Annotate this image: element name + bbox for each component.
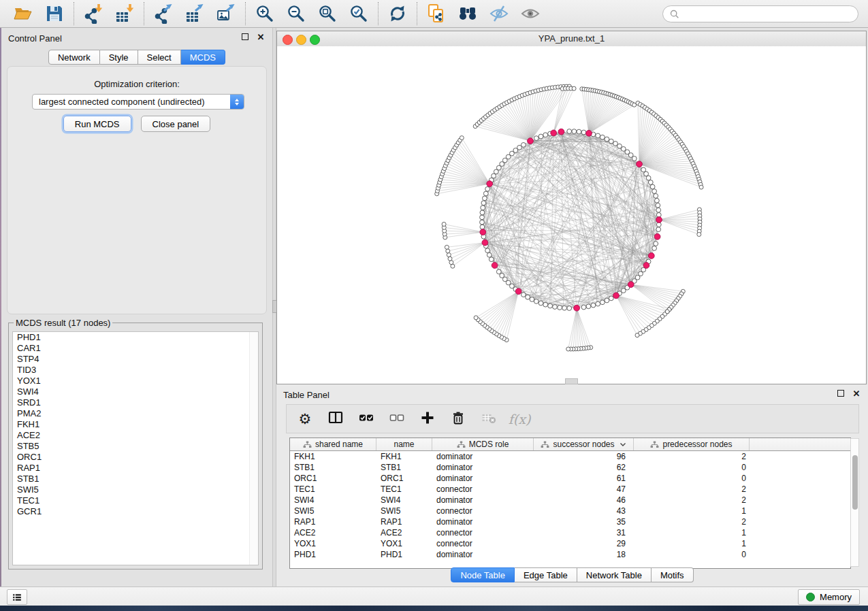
export-table-button[interactable] <box>184 3 205 24</box>
open-file-button[interactable] <box>13 3 33 24</box>
tab-select[interactable]: Select <box>138 50 181 65</box>
table-settings-button[interactable]: ⚙ <box>297 411 313 427</box>
mcds-result-item[interactable]: GCR1 <box>13 506 258 517</box>
cell-shared-name: PHD1 <box>290 549 376 560</box>
split-panel-button[interactable] <box>327 411 344 427</box>
tab-network-table[interactable]: Network Table <box>577 567 652 582</box>
control-panel-close-icon[interactable]: ✕ <box>256 33 266 42</box>
export-network-button[interactable] <box>153 3 174 24</box>
zoom-selected-button[interactable] <box>349 3 369 24</box>
network-window-titlebar[interactable]: YPA_prune.txt_1 <box>277 31 866 47</box>
table-panel: Table Panel ✕ ⚙f(x) shared namenameMCDS … <box>276 384 868 587</box>
table-row[interactable]: TEC1TEC1connector472 <box>290 484 850 495</box>
tab-mcds[interactable]: MCDS <box>181 50 225 65</box>
mcds-result-item[interactable]: SRD1 <box>13 397 258 408</box>
split-panel-icon <box>328 410 343 427</box>
mcds-result-item[interactable]: FKH1 <box>13 419 258 430</box>
hide-selected-button[interactable] <box>489 3 509 24</box>
cell-predecessor-nodes: 2 <box>634 451 750 462</box>
cell-name: SWI4 <box>376 495 432 506</box>
import-table-button[interactable] <box>114 3 135 24</box>
mcds-result-item[interactable]: PHD1 <box>13 332 258 343</box>
table-row[interactable]: FKH1FKH1dominator962 <box>290 451 850 462</box>
zoom-selected-icon <box>349 3 369 24</box>
column-header-successor-nodes[interactable]: successor nodes <box>534 438 634 450</box>
cell-name: ORC1 <box>376 473 432 484</box>
table-row[interactable]: RAP1RAP1dominator352 <box>290 516 850 527</box>
cell-name: SWI5 <box>376 506 432 516</box>
table-row[interactable]: STB1STB1dominator620 <box>290 462 850 473</box>
cell-predecessor-nodes: 2 <box>634 516 750 527</box>
delete-column-icon <box>451 410 466 427</box>
mcds-result-item[interactable]: SWI5 <box>13 484 258 495</box>
cell-predecessor-nodes: 2 <box>634 495 750 506</box>
table-row[interactable]: PHD1PHD1dominator180 <box>290 549 850 560</box>
tab-node-table[interactable]: Node Table <box>451 567 515 582</box>
mcds-result-item[interactable]: STB1 <box>13 474 258 484</box>
search-network-button[interactable] <box>457 3 478 24</box>
mcds-result-list[interactable]: PHD1CAR1STP4TID3YOX1SWI4SRD1PMA2FKH1ACE2… <box>12 331 259 565</box>
table-panel-float-icon[interactable] <box>836 389 846 399</box>
mcds-result-item[interactable]: SWI4 <box>13 386 258 397</box>
criterion-dropdown[interactable]: largest connected component (undirected) <box>32 94 244 110</box>
table-row[interactable]: ACE2ACE2connector311 <box>290 527 850 538</box>
mcds-list-scrollbar[interactable] <box>249 332 258 565</box>
toolbar-group <box>4 3 74 24</box>
column-header-mcds-role[interactable]: MCDS role <box>432 438 534 450</box>
table-panel-tabs: Node TableEdge TableNetwork TableMotifs <box>276 567 868 582</box>
tab-network[interactable]: Network <box>48 50 100 65</box>
table-row[interactable]: ORC1ORC1dominator610 <box>290 473 850 484</box>
tab-style[interactable]: Style <box>100 50 138 65</box>
show-columns-icon <box>359 410 374 427</box>
cell-shared-name: STB1 <box>290 462 376 473</box>
mcds-result-item[interactable]: RAP1 <box>13 463 258 474</box>
column-header-name[interactable]: name <box>376 438 432 450</box>
mcds-result-item[interactable]: CAR1 <box>13 343 258 354</box>
dropdown-stepper-icon <box>230 95 244 109</box>
column-label: shared name <box>315 440 363 449</box>
run-mcds-button[interactable]: Run MCDS <box>63 116 131 132</box>
control-panel-float-icon[interactable] <box>240 33 250 42</box>
tab-edge-table[interactable]: Edge Table <box>515 567 577 582</box>
delete-column-button[interactable] <box>450 411 466 427</box>
table-scrollbar[interactable] <box>850 438 859 567</box>
export-image-button[interactable] <box>216 3 236 24</box>
mcds-result-item[interactable]: TID3 <box>13 365 258 376</box>
mcds-result-item[interactable]: PMA2 <box>13 408 258 419</box>
save-session-button[interactable] <box>44 3 65 24</box>
hide-columns-button[interactable] <box>389 411 405 427</box>
tab-motifs[interactable]: Motifs <box>652 567 694 582</box>
search-input[interactable] <box>679 9 852 20</box>
refresh-button[interactable] <box>387 3 408 24</box>
mcds-result-item[interactable]: ACE2 <box>13 430 258 441</box>
zoom-out-button[interactable] <box>286 3 306 24</box>
column-header-predecessor-nodes[interactable]: predecessor nodes <box>634 438 750 450</box>
mcds-result-item[interactable]: STP4 <box>13 354 258 365</box>
table-panel-close-icon[interactable]: ✕ <box>852 389 861 399</box>
close-panel-button[interactable]: Close panel <box>141 116 211 132</box>
delete-table-button <box>481 411 497 427</box>
horizontal-splitter-handle[interactable] <box>565 378 578 384</box>
zoom-in-button[interactable] <box>255 3 275 24</box>
mcds-result-item[interactable]: YOX1 <box>13 376 258 386</box>
memory-button[interactable]: Memory <box>798 589 860 605</box>
zoom-fit-button[interactable] <box>317 3 338 24</box>
table-row[interactable]: SWI4SWI4dominator462 <box>290 495 850 506</box>
add-column-button[interactable] <box>419 411 436 427</box>
table-row[interactable]: SWI5SWI5connector431 <box>290 506 850 516</box>
import-network-button[interactable] <box>83 3 103 24</box>
clone-network-button[interactable] <box>426 3 447 24</box>
mcds-result-item[interactable]: TEC1 <box>13 495 258 506</box>
show-columns-button[interactable] <box>358 411 374 427</box>
column-header-shared-name[interactable]: shared name <box>290 438 376 450</box>
mcds-result-item[interactable]: ORC1 <box>13 452 258 463</box>
table-scrollbar-thumb[interactable] <box>852 455 858 510</box>
network-graph[interactable] <box>277 46 866 384</box>
mcds-result-title: MCDS result (17 nodes) <box>14 318 112 328</box>
network-canvas[interactable] <box>277 46 866 384</box>
status-list-button[interactable] <box>7 589 27 605</box>
cell-mcds-role: connector <box>432 484 534 495</box>
mcds-result-item[interactable]: STB5 <box>13 441 258 452</box>
show-all-button[interactable] <box>520 3 541 24</box>
table-row[interactable]: YOX1YOX1connector291 <box>290 538 850 549</box>
